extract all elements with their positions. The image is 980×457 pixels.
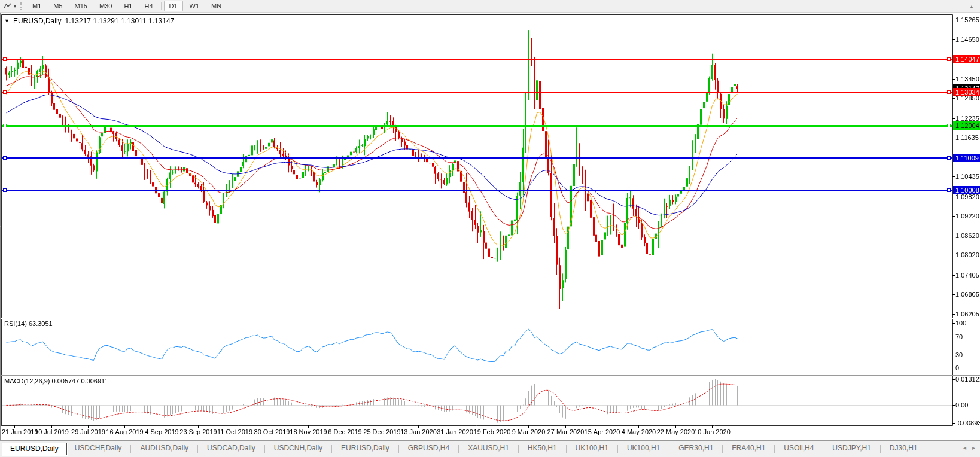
symbol-dropdown-icon[interactable]: ▼ [4, 18, 10, 24]
timeframe-mn-button[interactable]: MN [206, 1, 227, 11]
tab-separator [880, 445, 881, 453]
tab-eurusd-daily-2[interactable]: EURUSD,Daily [333, 443, 397, 454]
tab-separator [458, 445, 459, 453]
tab-eurusd-daily[interactable]: EURUSD,Daily [2, 443, 67, 455]
tab-separator [197, 445, 198, 453]
tab-separator [617, 445, 618, 453]
tab-uk100-h1[interactable]: UK100,H1 [568, 443, 616, 454]
timeframe-h4-button[interactable]: H4 [139, 1, 158, 11]
tab-scroll-arrows: ◂ ▸ [963, 443, 975, 451]
tab-separator [331, 445, 332, 453]
chevron-down-icon[interactable]: ▾ [14, 4, 16, 9]
price-chart-canvas[interactable] [0, 13, 980, 440]
tab-separator [398, 445, 399, 453]
timeframe-m30-button[interactable]: M30 [94, 1, 117, 11]
chart-line-icon[interactable] [4, 2, 12, 10]
tab-usdjpy-h1[interactable]: USDJPY,H1 [824, 443, 878, 454]
tab-separator [264, 445, 265, 453]
tab-gbpusd-h4[interactable]: GBPUSD,H4 [400, 443, 457, 454]
tab-xauusd-h1[interactable]: XAUUSD,H1 [460, 443, 517, 454]
top-toolbar: ▾ M1 M5 M15 M30 H1 H4 D1 W1 MN ▴ [0, 0, 980, 13]
timeframe-m5-button[interactable]: M5 [48, 1, 68, 11]
tab-fra40-h1[interactable]: FRA40,H1 [724, 443, 773, 454]
tab-separator [722, 445, 723, 453]
tab-separator [518, 445, 519, 453]
tab-usoil-h4[interactable]: USOil,H4 [776, 443, 821, 454]
tab-dj30-h1[interactable]: DJ30,H1 [882, 443, 926, 454]
chart-ohlc-values: 1.13217 1.13291 1.13011 1.13147 [65, 17, 175, 25]
tab-ger30-h1[interactable]: GER30,H1 [671, 443, 721, 454]
toolbar-separator [161, 2, 162, 10]
tab-separator [566, 445, 567, 453]
tab-separator [927, 445, 927, 453]
timeframe-m1-button[interactable]: M1 [27, 1, 47, 11]
tab-scroll-left-icon[interactable]: ◂ [963, 444, 966, 451]
toolbar-overflow-icon[interactable]: ▴ [970, 4, 973, 9]
tab-separator [130, 445, 131, 453]
tab-usdchf-daily[interactable]: USDCHF,Daily [67, 443, 130, 454]
toolbar-grip [20, 2, 22, 10]
tab-separator [823, 445, 823, 453]
timeframe-d1-button[interactable]: D1 [164, 1, 183, 11]
timeframe-h1-button[interactable]: H1 [118, 1, 138, 11]
tab-usdcnh-daily[interactable]: USDCNH,Daily [266, 443, 330, 454]
tab-usdcad-daily[interactable]: USDCAD,Daily [199, 443, 263, 454]
chart-title: ▼ EURUSD,Daily 1.13217 1.13291 1.13011 1… [4, 17, 174, 25]
chart-tab-bar: EURUSD,Daily USDCHF,Daily AUDUSD,Daily U… [0, 440, 980, 457]
tab-separator [669, 445, 669, 453]
rsi-indicator-label: RSI(14) 63.3051 [4, 320, 53, 327]
timeframe-w1-button[interactable]: W1 [184, 1, 205, 11]
tab-hk50-h1[interactable]: HK50,H1 [520, 443, 565, 454]
timeframe-m15-button[interactable]: M15 [69, 1, 93, 11]
macd-indicator-label: MACD(12,26,9) 0.005747 0.006911 [4, 377, 108, 385]
tab-scroll-right-icon[interactable]: ▸ [972, 444, 975, 451]
tab-audusd-daily[interactable]: AUDUSD,Daily [132, 443, 196, 454]
tab-separator [774, 445, 775, 453]
tab-uk100-h1-2[interactable]: UK100,H1 [619, 443, 668, 454]
chart-symbol-label: EURUSD,Daily [13, 17, 62, 25]
